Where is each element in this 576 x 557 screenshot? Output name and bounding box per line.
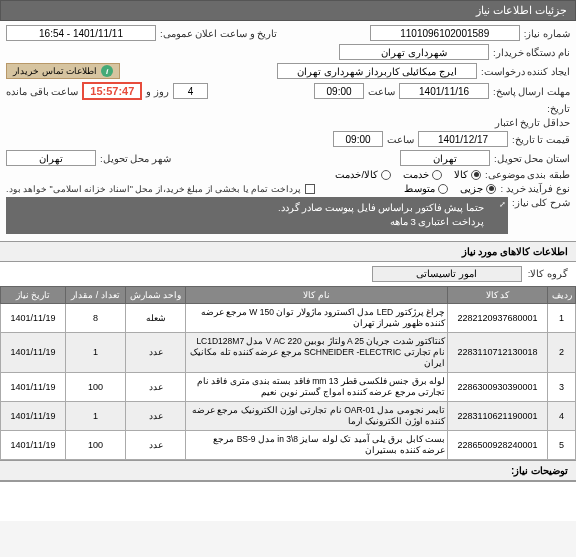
cell-unit: عدد	[126, 372, 186, 401]
cell-unit: شعله	[126, 303, 186, 332]
valid-time-field: 09:00	[333, 131, 383, 147]
days-label: روز و	[146, 86, 169, 97]
cell-code: 2283110621190001	[448, 401, 548, 430]
th-row: ردیف	[548, 286, 576, 303]
th-qty: تعداد / مقدار	[66, 286, 126, 303]
province-field: تهران	[400, 150, 490, 166]
category-label: طبقه بندی موضوعی:	[485, 169, 570, 180]
desc-line-1: حتما پیش فاکتور براساس فایل پیوست صادر گ…	[14, 201, 484, 215]
cell-date: 1401/11/19	[1, 401, 66, 430]
description-box: ⤢ حتما پیش فاکتور براساس فایل پیوست صادر…	[6, 197, 508, 234]
time-label-2: ساعت	[387, 134, 414, 145]
th-date: تاریخ نیاز	[1, 286, 66, 303]
cell-code: 2286500928240001	[448, 430, 548, 459]
cell-qty: 8	[66, 303, 126, 332]
cell-unit: عدد	[126, 332, 186, 372]
group-field: امور تاسیساتی	[372, 266, 522, 282]
deadline-date-field: 1401/11/16	[399, 83, 489, 99]
process-radios: جزیی متوسط	[404, 183, 496, 194]
cell-date: 1401/11/19	[1, 372, 66, 401]
radio-small[interactable]	[486, 184, 496, 194]
table-row: 52286500928240001بست کابل برق یلی آمید ت…	[1, 430, 576, 459]
need-no-field: 1101096102001589	[370, 25, 520, 41]
items-section-title: اطلاعات کالاهای مورد نیاز	[0, 241, 576, 262]
radio-medium[interactable]	[438, 184, 448, 194]
radio-service-label: خدمت	[403, 169, 429, 180]
th-code: کد کالا	[448, 286, 548, 303]
cell-name: تایمر نجومی مدل OAR-01 نام تجارتی اوژن ا…	[186, 401, 448, 430]
cell-date: 1401/11/19	[1, 303, 66, 332]
cell-code: 2282120937680001	[448, 303, 548, 332]
radio-medium-label: متوسط	[404, 183, 435, 194]
treasury-note: پرداخت تمام یا بخشی از مبلغ خرید،از محل …	[6, 184, 301, 194]
cell-qty: 1	[66, 332, 126, 372]
page-header: جزئیات اطلاعات نیاز	[0, 0, 576, 21]
category-radios: کالا خدمت کالا/خدمت	[335, 169, 481, 180]
cell-n: 3	[548, 372, 576, 401]
announce-label: تاریخ و ساعت اعلان عمومی:	[160, 28, 277, 39]
cell-name: بست کابل برق یلی آمید تک لوله سایز in 3\…	[186, 430, 448, 459]
valid-date-field: 1401/12/17	[418, 131, 508, 147]
contact-button[interactable]: i اطلاعات تماس خریدار	[6, 63, 120, 79]
days-field: 4	[173, 83, 208, 99]
radio-service[interactable]	[432, 170, 442, 180]
table-row: 12282120937680001چراغ پرژکتور LED مدل اک…	[1, 303, 576, 332]
cell-name: کنتاکتور شدت جریان A 25 ولتاژ بوبین V AC…	[186, 332, 448, 372]
time-label-1: ساعت	[368, 86, 395, 97]
contact-label: اطلاعات تماس خریدار	[13, 66, 97, 76]
valid-to-label: قیمت تا تاریخ:	[512, 134, 570, 145]
radio-both-label: کالا/خدمت	[335, 169, 378, 180]
city-label: شهر محل تحویل:	[100, 153, 171, 164]
notes-label: توضیحات نیاز:	[0, 460, 576, 481]
info-icon: i	[101, 65, 113, 77]
buyer-org-label: نام دستگاه خریدار:	[493, 47, 570, 58]
process-label: نوع فرآیند خرید :	[500, 183, 570, 194]
requester-label: ایجاد کننده درخواست:	[481, 66, 570, 77]
deadline-label: مهلت ارسال پاسخ:	[493, 86, 570, 97]
table-row: 32286300930390001لوله برق جنس فلکسی قطر …	[1, 372, 576, 401]
city-field: تهران	[6, 150, 96, 166]
cell-n: 2	[548, 332, 576, 372]
cell-date: 1401/11/19	[1, 332, 66, 372]
radio-goods-label: کالا	[454, 169, 468, 180]
cell-qty: 1	[66, 401, 126, 430]
remain-label: ساعت باقی مانده	[6, 86, 78, 97]
cell-qty: 100	[66, 372, 126, 401]
radio-both[interactable]	[381, 170, 391, 180]
th-unit: واحد شمارش	[126, 286, 186, 303]
cell-date: 1401/11/19	[1, 430, 66, 459]
province-label: استان محل تحویل:	[494, 153, 570, 164]
group-label: گروه کالا:	[528, 268, 568, 279]
cell-name: چراغ پرژکتور LED مدل اکسترود ماژولار توا…	[186, 303, 448, 332]
desc-line-2: پرداخت اعتباری 3 ماهه	[14, 215, 484, 229]
need-no-label: شماره نیاز:	[524, 28, 570, 39]
treasury-checkbox[interactable]	[305, 184, 315, 194]
cell-n: 4	[548, 401, 576, 430]
date-label: تاریخ:	[547, 103, 570, 114]
items-table: ردیف کد کالا نام کالا واحد شمارش تعداد /…	[0, 286, 576, 461]
cell-n: 1	[548, 303, 576, 332]
announce-field: 1401/11/11 - 16:54	[6, 25, 156, 41]
cell-name: لوله برق جنس فلکسی قطر mm 13 فاقد بسته ب…	[186, 372, 448, 401]
valid-from-label: حداقل تاریخ اعتبار	[495, 117, 570, 128]
deadline-time-field: 09:00	[314, 83, 364, 99]
cell-unit: عدد	[126, 401, 186, 430]
table-row: 22283110712130018کنتاکتور شدت جریان A 25…	[1, 332, 576, 372]
cell-n: 5	[548, 430, 576, 459]
buyer-org-field: شهرداری تهران	[339, 44, 489, 60]
page-title: جزئیات اطلاعات نیاز	[476, 4, 567, 16]
resize-icon[interactable]: ⤢	[499, 199, 506, 211]
requester-field: ایرج میکائیلی کاربرداز شهرداری تهران	[277, 63, 477, 79]
cell-code: 2286300930390001	[448, 372, 548, 401]
radio-small-label: جزیی	[460, 183, 483, 194]
table-row: 42283110621190001تایمر نجومی مدل OAR-01 …	[1, 401, 576, 430]
cell-qty: 100	[66, 430, 126, 459]
radio-goods[interactable]	[471, 170, 481, 180]
desc-label: شرح کلی نیاز:	[512, 197, 570, 208]
form-area: شماره نیاز: 1101096102001589 تاریخ و ساع…	[0, 21, 576, 241]
cell-code: 2283110712130018	[448, 332, 548, 372]
th-name: نام کالا	[186, 286, 448, 303]
countdown-timer: 15:57:47	[82, 82, 142, 100]
notes-area	[0, 481, 576, 521]
cell-unit: عدد	[126, 430, 186, 459]
